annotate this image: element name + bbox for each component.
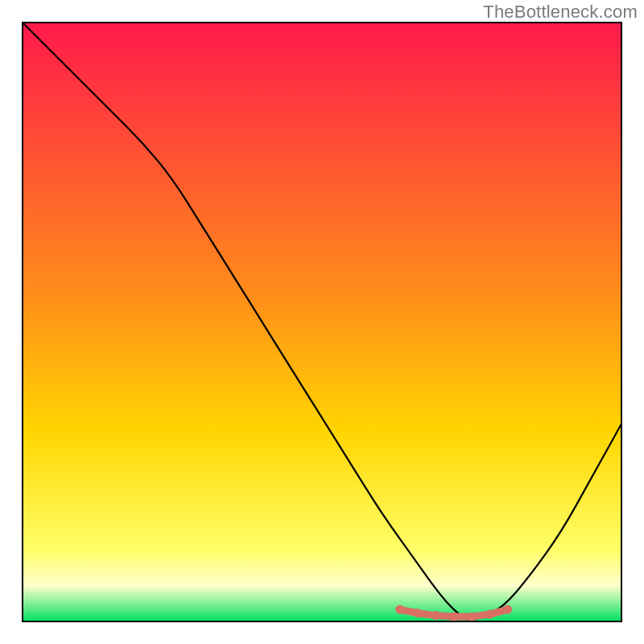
highlight-dot — [449, 613, 458, 621]
highlight-dot — [468, 613, 477, 621]
chart-frame: TheBottleneck.com — [0, 0, 644, 644]
highlight-dot — [395, 605, 404, 614]
highlight-dot — [485, 610, 494, 619]
highlight-dot — [431, 611, 440, 620]
bottleneck-chart — [0, 0, 644, 644]
highlight-dot — [503, 605, 512, 614]
highlight-dot — [414, 609, 423, 617]
watermark-text: TheBottleneck.com — [483, 2, 638, 23]
